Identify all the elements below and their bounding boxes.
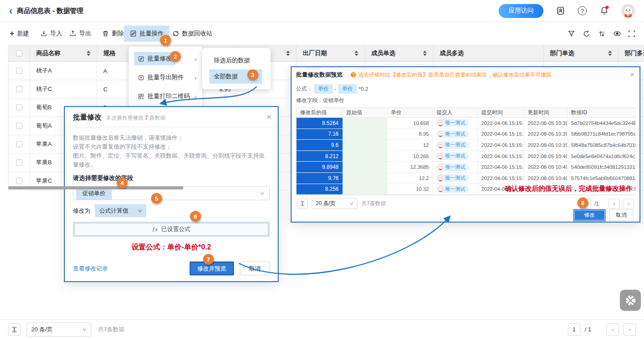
export-attachment-icon [138, 74, 144, 81]
formula-set-button[interactable]: ƒx 已设置公式 [74, 223, 268, 236]
next-page-button[interactable]: › [623, 323, 636, 336]
chevron-down-icon: ∨ [259, 190, 265, 196]
prev-page-button[interactable]: ‹ [606, 323, 619, 336]
cell-update-time: 2022-08-05 10:39:31 [524, 140, 568, 150]
export-button[interactable]: 导出 [69, 26, 91, 42]
select-all-checkbox[interactable] [16, 50, 22, 56]
chevron-down-icon: ∨ [82, 326, 87, 332]
row-checkbox[interactable] [16, 159, 22, 166]
user-avatar[interactable] [621, 4, 635, 18]
header-actions: 应用访问 ? [499, 4, 635, 18]
recycle-icon [172, 30, 179, 37]
delete-button[interactable]: 删除 [102, 26, 124, 42]
preview-cancel-button[interactable]: 取消 [609, 210, 633, 221]
help-icon[interactable]: ? [577, 6, 587, 16]
record-count: 7 [145, 115, 148, 121]
new-button[interactable]: + 新建 [10, 26, 29, 42]
column-header-member-single[interactable]: 成员单选 [365, 45, 433, 61]
modal-subtitle: 本次操作将修改7条数据 [106, 114, 165, 122]
warning-dot-icon [351, 72, 356, 77]
row-height-icon[interactable] [297, 198, 308, 209]
cell-submit-time: 2022-04-06 15:15:37 [478, 140, 524, 150]
cell-submit-time: 2022-04-06 15:15:37 [478, 129, 524, 140]
chevron-down-icon: ∨ [137, 208, 143, 214]
member-avatar [437, 175, 444, 181]
menu-item-batch-print-qrcode[interactable]: 批量打印二维码 › [129, 87, 202, 106]
preview-row: 8.212 10.265 唯一测试 2022-04-06 15:15:37 20… [297, 151, 635, 162]
table-header-row: 商品名称 规格 出厂日期 成员单选 成员多选 部门单选 部门多选 [8, 45, 644, 62]
cell-submitter: 唯一测试 [433, 173, 478, 184]
row-checkbox[interactable] [16, 141, 22, 147]
row-checkbox[interactable] [16, 86, 22, 92]
import-button[interactable]: 导入 [40, 26, 62, 42]
sort-order-icon[interactable] [598, 30, 606, 38]
sort-icon[interactable] [423, 51, 427, 56]
toolbar: + 新建 导入 导出 删除 批量操作 数据回收站 [0, 22, 644, 45]
preview-actions: 修改 取消 [574, 210, 633, 221]
step-badge-3: 3 [247, 69, 258, 80]
modify-as-row: 修改为 公式计算值 ∨ [73, 204, 270, 217]
sort-icon[interactable] [355, 51, 358, 56]
row-checkbox[interactable] [16, 68, 22, 74]
cell-submit-time: 2022-04-06 15:15:37 [478, 118, 524, 129]
eye-icon[interactable] [613, 30, 621, 38]
page-size-select[interactable]: 20 条/页 ∨ [26, 322, 91, 337]
preview-title: 批量修改数据预览 [296, 71, 343, 79]
step-badge-2: 2 [170, 51, 181, 62]
formula-field-chip: 单价 [314, 84, 333, 94]
submenu-item-all-data[interactable]: 全部数据 [202, 69, 271, 85]
tip-line: 图片、附件、定位、手写签名、关联数据、关联查询、分割线字段不支持批量修改。 [73, 151, 270, 169]
cell-modified-value: 9.76 [297, 173, 343, 184]
sort-icon[interactable] [608, 51, 612, 56]
column-header-product-name[interactable]: 商品名称 [30, 45, 97, 61]
preview-next-page-button[interactable]: › [623, 199, 634, 209]
notification-bell-icon[interactable] [599, 6, 609, 16]
contacts-icon[interactable] [555, 6, 565, 16]
modal-header: 批量修改 本次操作将修改7条数据 × [65, 107, 278, 127]
cell-submit-time: 2022-04-06 15:15:37 [478, 162, 524, 172]
preview-row: 9.8948 12.3685 唯一测试 2022-04-06 15:15:37 … [297, 162, 635, 173]
modify-and-preview-button[interactable]: 修改并预览 [190, 262, 234, 275]
current-page[interactable]: 1 [568, 323, 580, 336]
cell-submitter: 唯一测试 [433, 162, 478, 172]
column-header-dept-multi[interactable]: 部门多选 [619, 45, 644, 61]
row-checkbox[interactable] [16, 178, 22, 184]
menu-item-batch-modify[interactable]: 批量修改 › [129, 49, 202, 68]
sort-icon[interactable] [87, 51, 90, 56]
column-header-member-multi[interactable]: 成员多选 [433, 45, 544, 61]
modify-history-link[interactable]: 查看修改记录 [73, 265, 108, 273]
cell-product-name: 桃子A [30, 62, 97, 80]
fullscreen-icon[interactable] [628, 30, 636, 38]
preview-table: 修改后的值 原始值 单价 提交人 提交时间 更新时间 数据ID 8.5264 1… [296, 107, 635, 195]
modify-mode-select[interactable]: 公式计算值 ∨ [95, 204, 146, 217]
row-height-icon[interactable] [8, 323, 21, 336]
close-icon[interactable]: × [267, 112, 271, 121]
settings-tools-button[interactable] [620, 290, 641, 311]
preview-field-line: 修改字段：促销单价 [296, 97, 635, 104]
sort-icon[interactable] [286, 51, 290, 56]
menu-item-batch-export-attachments[interactable]: 批量导出附件 › [129, 68, 202, 87]
confirm-modify-button[interactable]: 修改 [574, 210, 605, 221]
cancel-button[interactable]: 取消 [240, 262, 270, 275]
app-access-button[interactable]: 应用访问 [499, 4, 543, 18]
refresh-icon[interactable] [583, 30, 590, 38]
preview-formula-line: 公式： 单价 - 单价 *0.2 [296, 84, 635, 94]
modal-footer: 查看修改记录 修改并预览 取消 [73, 262, 270, 275]
column-header-dept-single[interactable]: 部门单选 [544, 45, 619, 61]
row-checkbox[interactable] [16, 123, 22, 129]
filter-icon[interactable] [568, 30, 575, 38]
horizontal-scrollbar[interactable] [8, 186, 183, 189]
close-icon[interactable]: × [630, 71, 634, 79]
tip-line: 设置不允许重复值的字段不支持修改； [73, 142, 270, 151]
edit-icon [138, 56, 144, 62]
submenu-item-filtered-data[interactable]: 筛选后的数据 [202, 52, 271, 69]
preview-page-size-select[interactable]: 20 条/页 ∨ [312, 198, 357, 209]
cell-update-time: 2022-08-05 10:39:49 [524, 129, 568, 140]
column-header-factory-date[interactable]: 出厂日期 [297, 45, 365, 61]
step-badge-6: 6 [190, 211, 201, 222]
recycle-bin-button[interactable]: 数据回收站 [172, 26, 212, 42]
back-icon[interactable]: ‹ [9, 6, 13, 15]
cell-data-id: 5d7b02754b4434e5dc32e48b [568, 118, 636, 129]
row-checkbox[interactable] [16, 104, 22, 111]
preview-prev-page-button[interactable]: ‹ [609, 199, 620, 209]
